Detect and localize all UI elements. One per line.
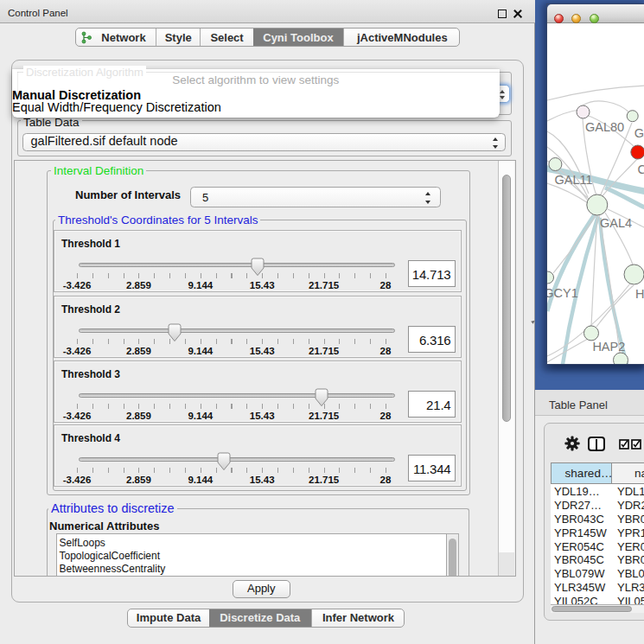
svg-text:GAL80: GAL80 (585, 120, 624, 134)
svg-text:GAL4: GAL4 (600, 216, 632, 230)
svg-text:GAL11: GAL11 (555, 173, 593, 187)
svg-text:CDC: CDC (638, 163, 644, 176)
svg-text:GAL3: GAL3 (634, 126, 644, 140)
svg-text:HIS4: HIS4 (635, 287, 644, 301)
svg-text:GCY1: GCY1 (547, 286, 578, 300)
svg-text:HAP2: HAP2 (592, 340, 625, 354)
